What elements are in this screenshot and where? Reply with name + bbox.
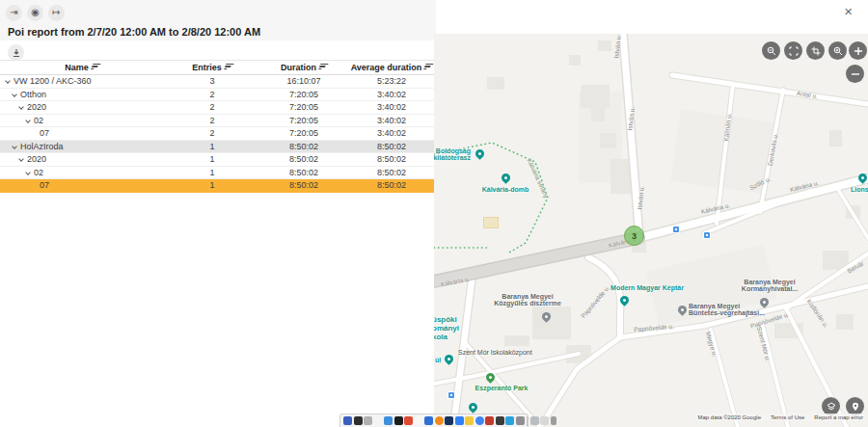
macos-dock[interactable] [339,414,529,427]
dock-app-icon[interactable] [374,416,383,425]
zoom-in-button[interactable] [849,41,867,60]
dock-app-icon[interactable] [505,416,514,425]
row-duration: 7:20:05 [260,128,347,138]
crop-select-button[interactable] [806,41,825,60]
poi-label[interactable]: Modern Magyar Képtár [610,284,684,291]
row-duration: 16:10:07 [260,76,347,86]
chevron-down-icon[interactable] [5,78,11,84]
fit-bounds-button[interactable] [784,41,802,60]
dock-app-icon[interactable] [465,416,474,425]
table-row[interactable]: Otthon 2 7:20:05 3:40:02 [0,89,436,102]
row-avg-duration: 3:40:02 [347,128,436,138]
row-avg-duration: 8:50:02 [347,154,436,164]
sort-icon [317,64,328,70]
chevron-down-icon[interactable] [12,144,17,149]
dock-app-icon[interactable] [364,416,372,425]
poi-label[interactable]: Szent Mór Iskolaközpont [458,349,532,356]
dock-app-icon[interactable] [404,416,413,425]
dock-app-icon[interactable] [343,416,352,425]
minus-icon [851,69,860,79]
magnifier-plus-icon [833,46,843,56]
dock-app-icon[interactable] [516,416,525,425]
row-avg-duration: 3:40:02 [347,102,436,112]
chevron-down-icon[interactable] [12,92,17,97]
dock-separator [527,416,528,426]
table-row[interactable]: 02 2 7:20:05 3:40:02 [0,115,436,128]
expand-right-icon[interactable]: ↦ [48,5,65,21]
dock-app-icon[interactable] [394,416,403,425]
sort-icon [223,64,233,70]
poi-label[interactable]: lc Boldogságkilátóterasz [434,147,471,161]
terms-of-use-link[interactable]: Terms of Use [771,414,804,420]
poi-label[interactable]: Kálvária-domb [482,186,529,193]
page-title: Poi report from 2/7/20 12:00 AM to 2/8/2… [8,26,260,38]
header-label: Duration [281,63,316,72]
row-name: 02 [34,168,43,177]
table-row-selected[interactable]: 07 1 8:50:02 8:50:02 [0,179,436,193]
poi-label[interactable]: Baranya MegyeiKözgyűlés díszterme [494,293,561,307]
map-attribution: Map data ©2020 Google Terms of Use Repor… [695,414,867,421]
table-row[interactable]: HolAzIroda 1 8:50:02 8:50:02 [0,141,436,154]
split-view-icon[interactable]: ◉ [27,5,43,21]
column-header-avg-duration[interactable]: Average duration [347,63,436,72]
dock-app-icon[interactable] [485,416,494,425]
row-entries: 2 [164,116,260,125]
poi-label[interactable]: Lions [851,186,868,193]
row-name: 02 [34,116,43,125]
dock-stack-icon[interactable] [530,416,539,425]
map-data-credit: Map data ©2020 Google [698,414,761,420]
zoom-out-search-button[interactable] [762,41,780,60]
expand-icon [789,46,799,56]
dock-app-icon[interactable] [455,416,464,425]
collapse-left-icon[interactable]: ⇥ [6,5,22,21]
dock-trash-icon[interactable] [551,416,556,425]
dock-app-icon[interactable] [415,416,423,425]
poi-label[interactable]: Eszperantó Park [475,385,529,391]
chevron-down-icon[interactable] [25,170,31,175]
row-duration: 7:20:05 [260,102,347,112]
header-label: Average duration [351,63,422,72]
dock-stack-icon[interactable] [540,416,549,425]
close-icon[interactable]: × [844,3,853,19]
map-view[interactable]: István u. István u. István u. Antal u. K… [434,34,868,427]
chevron-down-icon[interactable] [25,118,31,123]
zoom-out-button[interactable] [846,65,864,83]
chevron-down-icon[interactable] [18,104,24,110]
crop-icon [811,46,821,56]
poi-label[interactable]: úl [435,357,441,363]
dock-app-icon[interactable] [384,416,393,425]
bus-stop-icon[interactable] [673,227,679,232]
dock-app-icon[interactable] [424,416,433,425]
dock-app-icon[interactable] [445,416,453,425]
table-row[interactable]: 07 2 7:20:05 3:40:02 [0,127,436,141]
bus-stop-icon[interactable] [704,232,710,238]
row-name: VW 1200 / AKC-360 [14,76,92,86]
column-header-entries[interactable]: Entries [164,63,260,72]
row-name: Otthon [20,90,46,99]
column-header-name[interactable]: Name [0,63,164,72]
row-avg-duration: 3:40:02 [347,90,436,99]
dock-app-icon[interactable] [435,416,444,425]
download-button[interactable] [8,44,24,61]
poi-label[interactable]: üspökiományikola [434,315,459,341]
dock-app-icon[interactable] [475,416,484,425]
report-error-link[interactable]: Report a map error [814,414,863,420]
bus-stop-icon[interactable] [448,392,454,398]
table-row[interactable]: 2020 2 7:20:05 3:40:02 [0,101,436,115]
header-label: Name [65,63,89,72]
chevron-down-icon[interactable] [18,156,24,162]
table-row[interactable]: VW 1200 / AKC-360 3 16:10:07 5:23:22 [0,75,436,89]
poi-label[interactable]: Baranya MegyeiBüntetés-végrehajtási... [689,303,765,316]
table-row[interactable]: 2020 1 8:50:02 8:50:02 [0,153,436,167]
poi-cluster-marker[interactable]: 3 [624,226,644,246]
table-row[interactable]: 02 1 8:50:02 8:50:02 [0,167,436,180]
dock-app-icon[interactable] [354,416,363,425]
zoom-in-search-button[interactable] [828,41,847,60]
dock-app-icon[interactable] [496,416,504,425]
row-avg-duration: 3:40:02 [347,116,436,125]
header-label: Entries [192,63,222,72]
row-avg-duration: 5:23:22 [347,76,436,86]
row-entries: 1 [164,142,260,151]
column-header-duration[interactable]: Duration [260,63,347,72]
poi-label[interactable]: Baranya MegyeiKormányhivatal... [742,279,798,292]
